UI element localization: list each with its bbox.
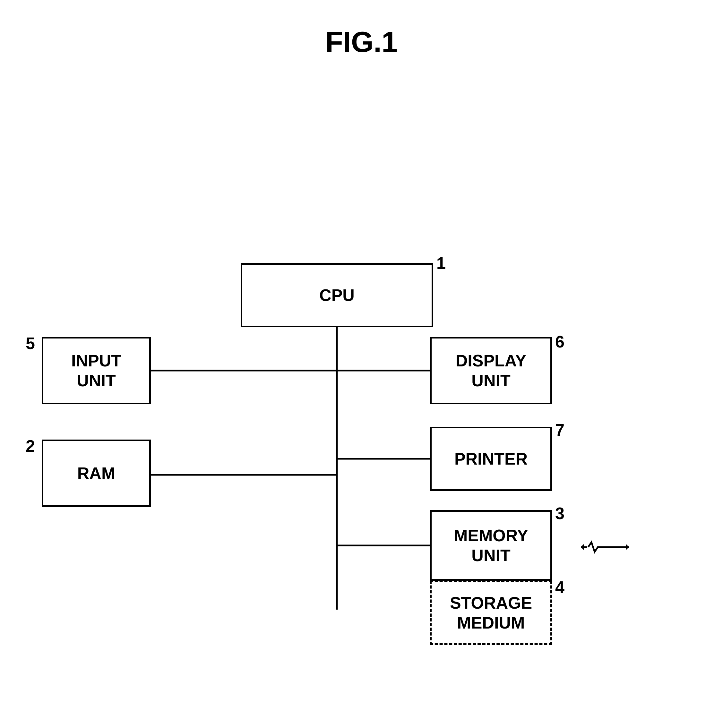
storage-medium-box: STORAGE MEDIUM	[430, 581, 552, 645]
memory-unit-box: MEMORY UNIT	[430, 510, 552, 581]
ram-number: 2	[26, 436, 35, 456]
cpu-number: 1	[437, 254, 446, 273]
ram-box: RAM	[42, 440, 151, 507]
printer-box: PRINTER	[430, 427, 552, 491]
storage-medium-number: 4	[555, 578, 564, 597]
display-unit-box: DISPLAY UNIT	[430, 337, 552, 404]
memory-unit-number: 3	[555, 504, 564, 523]
printer-number: 7	[555, 420, 564, 440]
figure-title: FIG.1	[325, 26, 398, 59]
svg-marker-8	[626, 544, 629, 550]
svg-marker-6	[584, 546, 597, 549]
display-unit-number: 6	[555, 332, 564, 351]
svg-marker-7	[581, 544, 584, 550]
input-unit-box: INPUT UNIT	[42, 337, 151, 404]
input-unit-number: 5	[26, 334, 35, 353]
cpu-box: CPU	[240, 263, 433, 327]
